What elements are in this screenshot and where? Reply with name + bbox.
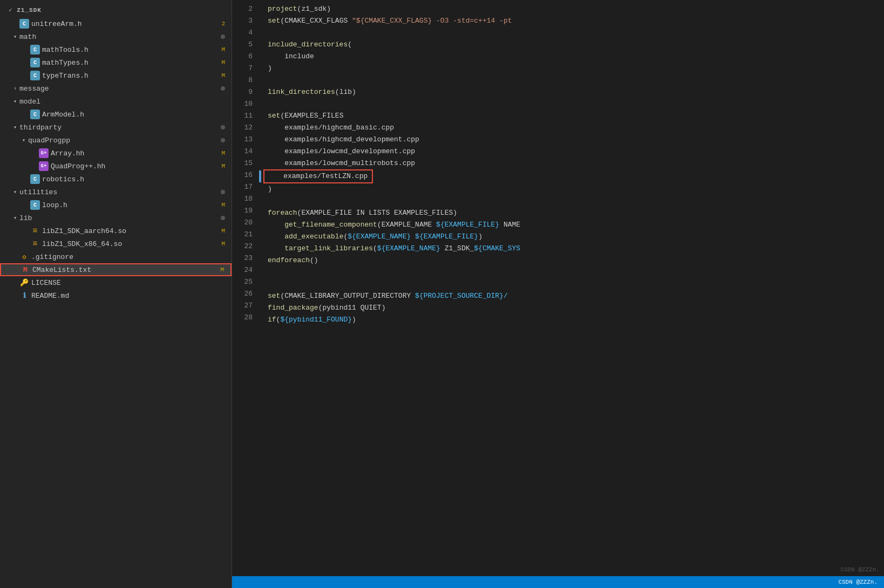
status-bar: CSDN @ZZZn. (232, 576, 884, 588)
folder-label: math (19, 33, 221, 41)
file-badge: M (221, 241, 225, 247)
file-badge: M (221, 59, 225, 66)
folder-lib[interactable]: ▾ lib (0, 211, 232, 224)
code-text: examples/lowcmd_development.cpp (263, 146, 415, 158)
c-icon: C (19, 19, 29, 29)
file-mathTools[interactable]: C mathTools.h M (0, 43, 232, 56)
file-Array[interactable]: G+ Array.hh M (0, 147, 232, 160)
file-label: LICENSE (31, 279, 229, 287)
code-line: include (259, 51, 884, 63)
code-text: set(EXAMPLES_FILES (263, 110, 343, 122)
folder-label: thirdparty (19, 124, 221, 132)
file-license[interactable]: 🔑 LICENSE (0, 276, 232, 289)
file-badge: M (221, 46, 225, 53)
folder-arrow: ▾ (19, 137, 28, 143)
code-text: examples/highcmd_development.cpp (263, 134, 419, 146)
watermark: CSDN @ZZZn. (840, 566, 880, 573)
code-text (263, 27, 272, 39)
code-line: examples/highcmd_basic.cpp (259, 122, 884, 134)
git-icon: ◇ (19, 252, 29, 262)
folder-label: quadProgpp (28, 136, 221, 145)
code-editor: 2 3 4 5 6 7 8 9 10 11 12 13 14 15 16 17 … (232, 0, 884, 588)
folder-label: utilities (19, 188, 221, 196)
code-line: find_package(pybind11 QUIET) (259, 302, 884, 314)
code-text: include_directories( (263, 39, 352, 51)
code-line: set(EXAMPLES_FILES (259, 110, 884, 122)
file-CMakeLists[interactable]: M CMakeLists.txt M (0, 263, 232, 276)
folder-arrow: ▾ (11, 189, 19, 195)
explorer-header: ✓ Z1_SDK (0, 2, 232, 17)
code-text: set(CMAKE_LIBRARY_OUTPUT_DIRECTORY ${PRO… (263, 290, 508, 302)
active-line-indicator (259, 170, 261, 182)
code-line: examples/lowcmd_multirobots.cpp (259, 158, 884, 169)
file-loop[interactable]: C loop.h M (0, 199, 232, 211)
c-icon: C (30, 71, 40, 80)
code-text: endforeach() (263, 255, 318, 266)
folder-quadProgpp[interactable]: ▾ quadProgpp (0, 134, 232, 147)
file-libZ1-aarch64[interactable]: ≡ libZ1_SDK_aarch64.so M (0, 224, 232, 237)
code-line: get_filename_component(EXAMPLE_NAME ${EX… (259, 219, 884, 231)
status-text: CSDN @ZZZn. (838, 579, 878, 585)
folder-arrow: › (11, 86, 19, 92)
folder-model[interactable]: ▾ model (0, 95, 232, 108)
folder-utilities[interactable]: ▾ utilities (0, 186, 232, 199)
file-label: mathTypes.h (42, 59, 221, 67)
code-line: examples/highcmd_development.cpp (259, 134, 884, 146)
cpp-icon: G+ (39, 148, 49, 158)
file-badge: M (220, 266, 224, 273)
code-text: add_executable(${EXAMPLE_NAME} ${EXAMPLE… (263, 231, 482, 243)
folder-message[interactable]: › message (0, 82, 232, 95)
file-label: unitreeArm.h (31, 20, 221, 28)
code-text (263, 266, 272, 278)
code-text: examples/lowcmd_multirobots.cpp (263, 158, 415, 169)
file-readme[interactable]: ℹ README.md (0, 289, 232, 302)
folder-thirdparty[interactable]: ▾ thirdparty (0, 121, 232, 134)
code-line: add_executable(${EXAMPLE_NAME} ${EXAMPLE… (259, 231, 884, 243)
file-libZ1-x86[interactable]: ≡ libZ1_SDK_x86_64.so M (0, 237, 232, 250)
c-icon: C (30, 110, 40, 119)
c-icon: C (30, 200, 40, 210)
file-unitreeArm[interactable]: C unitreeArm.h 2 (0, 17, 232, 30)
code-line: set(CMAKE_LIBRARY_OUTPUT_DIRECTORY ${PRO… (259, 290, 884, 302)
lib-icon: ≡ (30, 239, 40, 249)
code-line: endforeach() (259, 255, 884, 266)
file-gitignore[interactable]: ◇ .gitignore (0, 250, 232, 263)
file-badge: 2 (221, 20, 225, 27)
code-text (263, 74, 272, 86)
file-label: ArmModel.h (42, 111, 229, 119)
explorer-title: ✓ Z1_SDK (9, 6, 42, 13)
folder-arrow: ▾ (11, 215, 19, 221)
folder-math[interactable]: ▾ math (0, 30, 232, 43)
cmake-icon: M (21, 265, 30, 275)
code-text: project(z1_sdk) (263, 3, 331, 15)
code-text (263, 278, 272, 290)
code-text (263, 98, 272, 110)
folder-arrow: ▾ (11, 124, 19, 131)
file-typeTrans[interactable]: C typeTrans.h M (0, 69, 232, 82)
code-text: include (263, 51, 314, 63)
file-robotics[interactable]: C robotics.h (0, 173, 232, 186)
file-label: libZ1_SDK_aarch64.so (42, 227, 221, 235)
file-label: README.md (31, 292, 229, 300)
file-explorer[interactable]: ✓ Z1_SDK C unitreeArm.h 2 ▾ math C mathT… (0, 0, 232, 588)
file-label: Array.hh (51, 149, 221, 158)
code-line (259, 278, 884, 290)
file-mathTypes[interactable]: C mathTypes.h M (0, 56, 232, 69)
code-line: ) (259, 63, 884, 74)
file-badge: M (221, 202, 225, 208)
c-icon: C (30, 45, 40, 54)
file-QuadProg[interactable]: G+ QuadProg++.hh M (0, 160, 232, 173)
folder-label: model (19, 98, 229, 106)
file-badge: M (221, 150, 225, 156)
code-line (259, 98, 884, 110)
code-text (263, 195, 272, 207)
code-text: if(${pybind11_FOUND}) (263, 314, 356, 326)
file-ArmModel[interactable]: C ArmModel.h (0, 108, 232, 121)
code-line: link_directories(lib) (259, 86, 884, 98)
folder-arrow: ▾ (11, 33, 19, 40)
code-line: set(CMAKE_CXX_FLAGS "${CMAKE_CXX_FLAGS} … (259, 15, 884, 27)
license-icon: 🔑 (19, 278, 29, 288)
file-badge: M (221, 163, 225, 169)
code-line (259, 74, 884, 86)
code-content[interactable]: project(z1_sdk) set(CMAKE_CXX_FLAGS "${C… (259, 2, 884, 576)
